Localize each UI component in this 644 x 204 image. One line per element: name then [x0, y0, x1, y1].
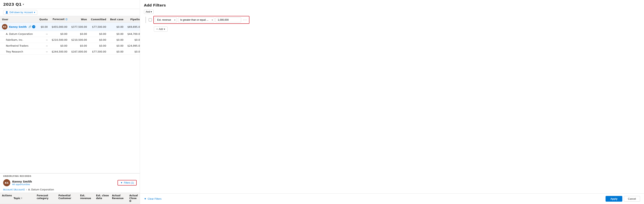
won-cell: $167,000.00 — [70, 49, 89, 55]
forecast-cell: $0.00 — [50, 31, 70, 37]
refresh-icon[interactable]: ↺ — [32, 25, 35, 28]
won-cell: $0.00 — [70, 43, 89, 49]
underlying-records-label: UNDERLYING RECORDS — [0, 174, 140, 178]
table-row: Northwind Traders -- $0.00 $0.00 $0.00 $… — [0, 43, 140, 49]
link-icon[interactable]: 🔗 — [28, 25, 31, 28]
filter-panel-footer: ▼ Clear Filters Apply Cancel — [140, 193, 644, 204]
committed-cell: $77,500.00 — [89, 49, 108, 55]
best-case-cell: $0.00 — [108, 49, 126, 55]
table-row: A. Datum Corporation -- $0.00 $0.00 $0.0… — [0, 31, 140, 37]
avatar-large: KS — [3, 179, 10, 186]
col-actual-close-date: Actual Close D — [129, 194, 138, 203]
and-button[interactable]: And ▾ — [144, 10, 154, 14]
col-committed: Committed — [89, 16, 108, 23]
connector-line — [146, 17, 146, 23]
cancel-button[interactable]: Cancel — [624, 196, 640, 202]
col-topic[interactable]: Topic ↑ — [14, 194, 37, 203]
add-filter-row: + Add ▾ — [150, 25, 644, 33]
quota-cell: -- — [37, 49, 50, 55]
user-name: Kenny Smith — [12, 180, 32, 183]
forecast-cell: $210,500.00 — [50, 37, 70, 43]
chevron-down-icon: ▾ — [23, 3, 24, 6]
account-name-cell: Northwind Traders — [0, 43, 37, 49]
committed-cell: $0.00 — [89, 37, 108, 43]
avatar: KS — [2, 24, 8, 29]
account-name-cell: Trey Research — [0, 49, 37, 55]
committed-cell: $0.00 — [89, 31, 108, 37]
col-est-revenue: Est. revenue — [80, 194, 96, 203]
year-label: 2023 Q1 — [3, 2, 22, 7]
filter-row-content: Est. revenue Is greater than or equal ..… — [154, 16, 250, 24]
add-filter-button[interactable]: + Add ▾ — [154, 26, 168, 32]
left-panel: 2023 Q1 ▾ 👤 Drill down by: Account ▾ Use… — [0, 0, 140, 204]
underlying-records-section: UNDERLYING RECORDS KS Kenny Smith All op… — [0, 173, 140, 204]
forecast-cell: $0.00 — [50, 43, 70, 49]
filter-and-row: And ▾ — [140, 9, 644, 15]
chevron-down-icon: ▾ — [34, 11, 35, 14]
user-name[interactable]: Kenny Smith — [9, 25, 26, 28]
filter-panel: Add Filters And ▾ Est. revenue — [140, 0, 644, 204]
table-row: Fabrikam, Inc. -- $210,500.00 $210,500.0… — [0, 37, 140, 43]
col-forecast: Forecast ⓘ — [50, 16, 70, 23]
best-case-cell: $0.00 — [108, 43, 126, 49]
filter-button-label: Filters (1) — [124, 181, 134, 184]
forecast-table: User Quota Forecast ⓘ Won Committed Best… — [0, 16, 140, 55]
table-row: KS Kenny Smith 🔗 ↺ $0.00 $455,000.00 $37… — [0, 23, 140, 31]
underlying-records-header: KS Kenny Smith All opportunities ▼ Filte… — [0, 178, 140, 188]
plus-icon: + — [156, 28, 158, 30]
chevron-down-icon: ▾ — [164, 28, 165, 30]
apply-button[interactable]: Apply — [606, 196, 622, 202]
breadcrumb-separator: › — [26, 188, 27, 191]
col-quota: Quota — [37, 16, 50, 23]
filter-row-outer: Est. revenue Is greater than or equal ..… — [140, 15, 644, 25]
account-name-cell: Fabrikam, Inc. — [0, 37, 37, 43]
add-label: Add — [159, 28, 163, 30]
operator-select-wrapper: Is greater than or equal ... — [178, 17, 214, 22]
user-cell: KS Kenny Smith 🔗 ↺ — [0, 23, 37, 31]
operator-select[interactable]: Is greater than or equal ... — [178, 17, 214, 22]
col-forecast-category: Forecast category — [37, 194, 58, 203]
col-user: User — [0, 16, 37, 23]
drill-down-button[interactable]: 👤 Drill down by: Account ▾ — [3, 10, 37, 15]
filters-button[interactable]: ▼ Filters (1) — [118, 180, 137, 186]
filter-value-input[interactable] — [216, 17, 241, 22]
pipeline-cell: $0.00 — [126, 49, 140, 55]
sort-icon: ↑ — [21, 197, 22, 199]
col-best-case: Best case — [108, 16, 126, 23]
funnel-icon: ▼ — [120, 181, 123, 184]
won-cell: $0.00 — [70, 31, 89, 37]
user-info: KS Kenny Smith All opportunities — [3, 179, 32, 186]
forecast-cell: $244,500.00 — [50, 49, 70, 55]
col-potential-customer: Potential Customer — [58, 194, 80, 203]
won-cell: $210,500.00 — [70, 37, 89, 43]
year-title[interactable]: 2023 Q1 ▾ — [3, 2, 24, 7]
field-select[interactable]: Est. revenue — [155, 17, 177, 22]
breadcrumb-child: A. Datum Corporation — [28, 188, 54, 191]
pipeline-cell: $44,700.00 — [126, 31, 140, 37]
committed-cell: $0.00 — [89, 43, 108, 49]
more-options-button[interactable]: ··· — [242, 17, 248, 23]
account-name-cell: A. Datum Corporation — [0, 31, 37, 37]
clear-filters-button[interactable]: ▼ Clear Filters — [144, 197, 162, 200]
field-select-wrapper: Est. revenue — [155, 17, 177, 22]
committed-cell: $77,500.00 — [89, 23, 108, 31]
breadcrumb: Account (Account) › A. Datum Corporation — [0, 188, 140, 193]
col-pipeline: Pipeline — [126, 16, 140, 23]
forecast-cell: $455,000.00 — [50, 23, 70, 31]
quota-cell: -- — [37, 43, 50, 49]
pipeline-cell: $69,695.00 — [126, 23, 140, 31]
best-case-cell: $0.00 — [108, 31, 126, 37]
col-actual-revenue: Actual Revenue — [112, 194, 129, 203]
chevron-down-icon: ▾ — [151, 10, 152, 13]
drill-down-label: Drill down by: Account — [10, 11, 33, 14]
and-label: And — [146, 10, 150, 13]
filter-checkbox[interactable] — [149, 18, 152, 21]
col-est-close-date: Est. close date — [96, 194, 112, 203]
breadcrumb-parent[interactable]: Account (Account) — [3, 188, 25, 191]
quota-cell: $0.00 — [37, 23, 50, 31]
clear-filters-label: Clear Filters — [148, 197, 162, 200]
table-header-row: User Quota Forecast ⓘ Won Committed Best… — [0, 16, 140, 23]
quota-cell: -- — [37, 37, 50, 43]
user-info-text: Kenny Smith All opportunities — [12, 180, 32, 186]
pipeline-cell: $24,995.00 — [126, 43, 140, 49]
